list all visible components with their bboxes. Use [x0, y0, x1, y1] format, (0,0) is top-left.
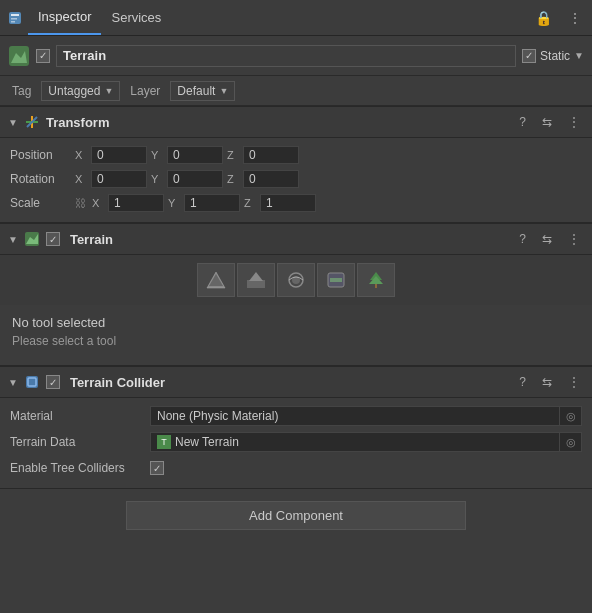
terrain-info: No tool selected Please select a tool	[0, 305, 592, 365]
collider-section-icon	[24, 374, 40, 390]
svg-rect-2	[11, 18, 17, 20]
transform-section-header: ▼ Transform ? ⇆ ⋮	[0, 106, 592, 138]
scl-z-label: Z	[244, 197, 256, 209]
tree-colliders-value	[150, 461, 582, 475]
object-name-input[interactable]	[56, 45, 516, 67]
collider-enabled-checkbox[interactable]	[46, 375, 60, 389]
tab-bar: Inspector Services 🔒 ⋮	[0, 0, 592, 36]
tree-colliders-checkbox[interactable]	[150, 461, 164, 475]
position-fields: X Y Z	[75, 146, 582, 164]
tab-services[interactable]: Services	[101, 0, 171, 35]
svg-rect-1	[11, 14, 19, 16]
tag-dropdown-arrow: ▼	[104, 86, 113, 96]
terrain-tool-4[interactable]	[317, 263, 355, 297]
terrain-data-row: Terrain Data T New Terrain ◎	[10, 430, 582, 454]
transform-section-actions: ? ⇆ ⋮	[515, 113, 584, 131]
collider-arrow[interactable]: ▼	[8, 377, 18, 388]
scale-label: Scale	[10, 196, 75, 210]
svg-rect-13	[247, 280, 265, 288]
tab-bar-right: 🔒 ⋮	[531, 8, 586, 28]
static-checkbox[interactable]	[522, 49, 536, 63]
terrain-tool-2[interactable]	[237, 263, 275, 297]
scale-link-icon: ⛓	[75, 197, 86, 209]
terrain-title: Terrain	[70, 232, 509, 247]
terrain-more-button[interactable]: ⋮	[564, 230, 584, 248]
material-row: Material None (Physic Material) ◎	[10, 404, 582, 428]
add-component-button[interactable]: Add Component	[126, 501, 466, 530]
layer-dropdown[interactable]: Default ▼	[170, 81, 235, 101]
rot-y-label: Y	[151, 173, 163, 185]
terrain-tool-5[interactable]	[357, 263, 395, 297]
position-x-input[interactable]	[91, 146, 147, 164]
object-enabled-checkbox[interactable]	[36, 49, 50, 63]
scl-y-label: Y	[168, 197, 180, 209]
transform-title: Transform	[46, 115, 509, 130]
static-area: Static ▼	[522, 49, 584, 63]
scale-x-input[interactable]	[108, 194, 164, 212]
more-button[interactable]: ⋮	[564, 8, 586, 28]
layer-label: Layer	[130, 84, 160, 98]
transform-body: Position X Y Z Rotation X Y Z Scale ⛓ X …	[0, 138, 592, 223]
rotation-z-input[interactable]	[243, 170, 299, 188]
tag-layer-row: Tag Untagged ▼ Layer Default ▼	[0, 76, 592, 106]
terrain-data-label: Terrain Data	[10, 435, 150, 449]
no-tool-text: No tool selected	[12, 315, 580, 330]
scale-z-input[interactable]	[260, 194, 316, 212]
terrain-tools	[0, 255, 592, 305]
inspector-tab-icon	[6, 9, 24, 27]
svg-rect-18	[330, 278, 342, 282]
tree-colliders-row: Enable Tree Colliders	[10, 456, 582, 480]
pos-x-label: X	[75, 149, 87, 161]
material-field[interactable]: None (Physic Material)	[150, 406, 560, 426]
material-value-area: None (Physic Material) ◎	[150, 406, 582, 426]
terrain-section-icon	[24, 231, 40, 247]
collider-settings-button[interactable]: ⇆	[538, 373, 556, 391]
terrain-tool-3[interactable]	[277, 263, 315, 297]
scale-fields: ⛓ X Y Z	[75, 194, 582, 212]
transform-arrow[interactable]: ▼	[8, 117, 18, 128]
rot-x-label: X	[75, 173, 87, 185]
rotation-y-input[interactable]	[167, 170, 223, 188]
material-label: Material	[10, 409, 150, 423]
material-pick-button[interactable]: ◎	[560, 406, 582, 426]
terrain-section-actions: ? ⇆ ⋮	[515, 230, 584, 248]
tag-label: Tag	[12, 84, 31, 98]
svg-marker-14	[249, 272, 263, 281]
terrain-arrow[interactable]: ▼	[8, 234, 18, 245]
terrain-settings-button[interactable]: ⇆	[538, 230, 556, 248]
collider-section-actions: ? ⇆ ⋮	[515, 373, 584, 391]
select-tool-text: Please select a tool	[12, 334, 580, 348]
scale-y-input[interactable]	[184, 194, 240, 212]
position-y-input[interactable]	[167, 146, 223, 164]
static-dropdown-arrow[interactable]: ▼	[574, 50, 584, 61]
scl-x-label: X	[92, 197, 104, 209]
rotation-x-input[interactable]	[91, 170, 147, 188]
terrain-data-pick-button[interactable]: ◎	[560, 432, 582, 452]
svg-rect-3	[11, 21, 15, 23]
static-label: Static	[540, 49, 570, 63]
terrain-data-field[interactable]: T New Terrain	[150, 432, 560, 452]
pos-z-label: Z	[227, 149, 239, 161]
collider-more-button[interactable]: ⋮	[564, 373, 584, 391]
scale-row: Scale ⛓ X Y Z	[10, 192, 582, 214]
terrain-data-icon: T	[157, 435, 171, 449]
rot-z-label: Z	[227, 173, 239, 185]
add-component-area: Add Component	[0, 489, 592, 542]
terrain-help-button[interactable]: ?	[515, 230, 530, 248]
position-row: Position X Y Z	[10, 144, 582, 166]
terrain-data-value-area: T New Terrain ◎	[150, 432, 582, 452]
tree-colliders-label: Enable Tree Colliders	[10, 461, 150, 475]
terrain-enabled-checkbox[interactable]	[46, 232, 60, 246]
terrain-section-header: ▼ Terrain ? ⇆ ⋮	[0, 223, 592, 255]
terrain-object-icon	[8, 45, 30, 67]
lock-button[interactable]: 🔒	[531, 8, 556, 28]
tag-dropdown[interactable]: Untagged ▼	[41, 81, 120, 101]
collider-help-button[interactable]: ?	[515, 373, 530, 391]
transform-settings-button[interactable]: ⇆	[538, 113, 556, 131]
transform-help-button[interactable]: ?	[515, 113, 530, 131]
layer-dropdown-arrow: ▼	[219, 86, 228, 96]
terrain-tool-1[interactable]	[197, 263, 235, 297]
position-z-input[interactable]	[243, 146, 299, 164]
transform-more-button[interactable]: ⋮	[564, 113, 584, 131]
tab-inspector[interactable]: Inspector	[28, 0, 101, 35]
